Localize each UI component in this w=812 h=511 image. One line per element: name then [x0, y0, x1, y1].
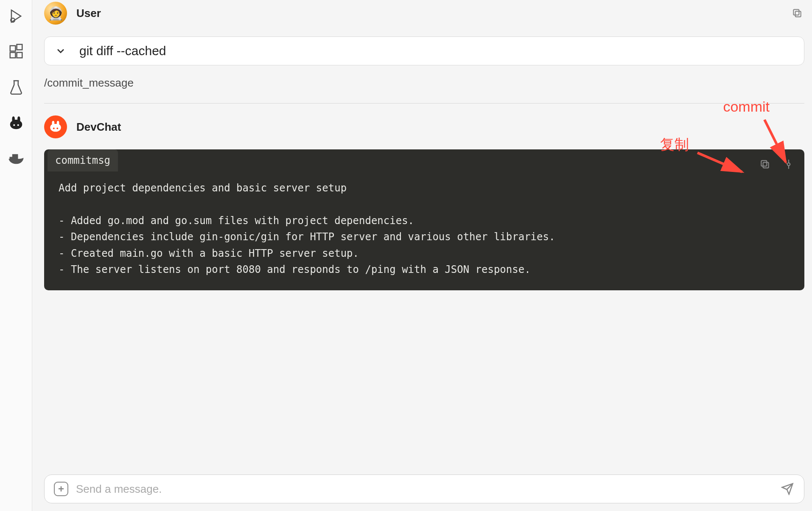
bot-message-header: DevChat: [44, 115, 804, 138]
user-name: User: [76, 7, 101, 20]
chevron-down-icon[interactable]: [55, 45, 67, 57]
add-attachment-button[interactable]: +: [54, 482, 68, 496]
svg-point-15: [53, 128, 55, 129]
copy-code-icon[interactable]: [758, 157, 772, 171]
bot-avatar: [44, 115, 67, 138]
send-button[interactable]: [780, 482, 795, 496]
code-block: commitmsg Add project dependencies and b…: [44, 149, 804, 290]
svg-rect-11: [13, 155, 15, 157]
devchat-rabbit-icon[interactable]: [8, 115, 25, 132]
docker-icon[interactable]: [8, 150, 25, 167]
svg-rect-17: [763, 163, 769, 168]
activity-bar: [0, 0, 32, 511]
svg-point-16: [56, 128, 58, 129]
svg-rect-14: [793, 9, 799, 15]
chat-panel: 🧑‍🚀 User git diff --cached /commit_messa…: [32, 0, 812, 511]
svg-rect-4: [17, 45, 22, 50]
svg-point-19: [787, 163, 790, 166]
message-divider: [44, 103, 804, 104]
debug-icon[interactable]: [8, 8, 25, 25]
commit-code-icon[interactable]: [781, 157, 796, 171]
user-avatar: 🧑‍🚀: [44, 2, 67, 25]
slash-command-text: /commit_message: [44, 76, 804, 90]
beaker-icon[interactable]: [8, 79, 25, 96]
svg-point-7: [17, 124, 19, 126]
svg-rect-1: [10, 46, 15, 51]
chat-thread: 🧑‍🚀 User git diff --cached /commit_messa…: [44, 0, 804, 463]
command-preview-text: git diff --cached: [79, 44, 166, 58]
extensions-icon[interactable]: [8, 43, 25, 60]
svg-rect-3: [17, 53, 22, 58]
user-message-header: 🧑‍🚀 User: [44, 2, 804, 25]
svg-rect-2: [10, 53, 15, 58]
command-preview-box[interactable]: git diff --cached: [44, 36, 804, 65]
chat-input[interactable]: [76, 483, 773, 496]
svg-point-6: [13, 124, 15, 126]
code-content[interactable]: Add project dependencies and basic serve…: [44, 171, 804, 278]
svg-rect-12: [15, 155, 17, 157]
svg-rect-18: [761, 160, 767, 166]
chat-input-row: +: [44, 474, 804, 503]
code-language-tab: commitmsg: [48, 149, 118, 171]
svg-rect-13: [795, 11, 801, 17]
bot-name: DevChat: [76, 121, 121, 134]
copy-message-icon[interactable]: [790, 6, 804, 20]
